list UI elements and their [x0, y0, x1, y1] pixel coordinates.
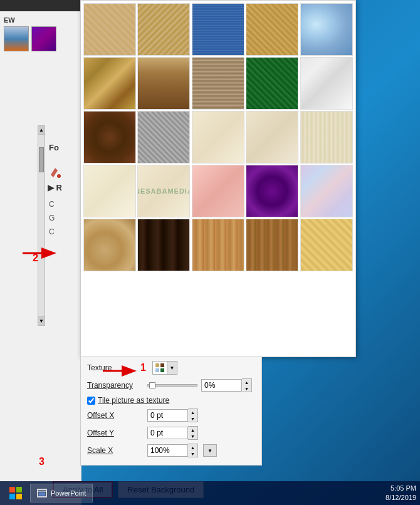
svg-rect-10 [16, 494, 22, 499]
tile-checkbox-row: Tile picture as texture [87, 396, 255, 405]
offset-y-down-btn[interactable]: ▼ [188, 433, 197, 439]
transparency-slider-thumb[interactable] [149, 382, 155, 388]
scale-x-label: Scale X [87, 446, 144, 455]
svg-rect-9 [9, 494, 15, 499]
offset-y-spinner: ▲ ▼ [188, 426, 198, 440]
texture-marble-white[interactable] [300, 57, 353, 110]
transparency-slider[interactable] [147, 384, 197, 387]
texture-dropdown-btn[interactable]: ▼ [167, 361, 177, 375]
paint-bucket-icon[interactable] [49, 166, 61, 181]
sidebar-items: C G C [49, 197, 55, 239]
texture-cream1[interactable] [192, 111, 244, 164]
red-arrow-2-svg [20, 244, 58, 262]
texture-purple-velvet[interactable] [246, 165, 298, 217]
texture-fabric-blue[interactable] [192, 3, 244, 56]
svg-point-0 [57, 174, 61, 178]
texture-sand[interactable] [83, 219, 136, 271]
arrow-indicator-2 [20, 244, 58, 262]
scale-x-input-group: ▲ ▼ [147, 444, 198, 457]
offset-x-input-group: ▲ ▼ [147, 409, 198, 422]
sidebar-top-bar [0, 0, 81, 11]
transparency-spinner: ▲ ▼ [242, 378, 252, 392]
texture-wood-grain[interactable] [246, 219, 298, 271]
svg-rect-1 [155, 363, 159, 367]
scroll-thumb[interactable] [39, 147, 44, 172]
taskbar-app-item[interactable]: PowerPoint [30, 484, 93, 502]
texture-nesaba[interactable]: NESABAMEDIA [137, 165, 190, 217]
sidebar-preview-label: EW [4, 16, 77, 24]
scale-x-row: Scale X ▲ ▼ ▼ [87, 444, 255, 457]
texture-fabric-tan[interactable] [246, 3, 298, 56]
tile-label: Tile picture as texture [98, 396, 169, 405]
texture-dark-wood[interactable] [137, 219, 190, 271]
svg-rect-2 [160, 363, 164, 367]
texture-icon-btn[interactable] [152, 361, 167, 375]
texture-light-wood[interactable] [192, 219, 244, 271]
offset-y-up-btn[interactable]: ▲ [188, 427, 197, 433]
texture-cream3[interactable] [300, 111, 353, 164]
scale-x-up-btn[interactable]: ▲ [188, 444, 197, 450]
svg-rect-3 [155, 368, 159, 372]
offset-x-row: Offset X ▲ ▼ [87, 409, 255, 422]
texture-green-fabric[interactable] [246, 57, 298, 110]
preview-thumb-2[interactable] [31, 26, 56, 51]
offset-x-up-btn[interactable]: ▲ [188, 409, 197, 415]
texture-brown-fur[interactable] [83, 111, 136, 164]
texture-crumpled[interactable] [83, 57, 136, 110]
texture-water[interactable] [300, 3, 353, 56]
texture-burlap2[interactable] [137, 3, 190, 56]
sidebar-fo-text: Fo [49, 143, 59, 152]
sidebar-item-1: C [49, 197, 55, 211]
svg-rect-4 [160, 368, 164, 372]
offset-x-spinner: ▲ ▼ [188, 409, 198, 422]
number-1-label: 1 [140, 362, 146, 373]
sidebar-preview-area: EW [0, 11, 81, 60]
transparency-slider-container [147, 384, 197, 387]
clock-time: 5:05 PM [386, 484, 416, 493]
offset-y-label: Offset Y [87, 429, 144, 437]
transparency-input[interactable] [201, 379, 242, 392]
texture-cream2[interactable] [246, 111, 298, 164]
texture-grid: NESABAMEDIA [81, 1, 355, 274]
svg-rect-13 [39, 492, 45, 496]
offset-y-input-group: ▲ ▼ [147, 426, 198, 440]
offset-x-down-btn[interactable]: ▼ [188, 415, 197, 422]
transparency-row: Transparency ▲ ▼ [87, 378, 255, 392]
texture-panel: NESABAMEDIA [80, 0, 356, 357]
texture-granite[interactable] [137, 111, 190, 164]
offset-x-input[interactable] [147, 409, 188, 422]
offset-x-label: Offset X [87, 411, 144, 420]
sidebar-r-text: ▶ R [48, 183, 62, 192]
texture-pink[interactable] [192, 165, 244, 217]
svg-rect-8 [16, 487, 22, 492]
taskbar: PowerPoint 5:05 PM 8/12/2019 [0, 481, 420, 505]
texture-light-beige[interactable] [83, 165, 136, 217]
scroll-bar[interactable]: ▲ ▼ [38, 125, 45, 326]
scale-x-down-btn[interactable]: ▼ [188, 450, 197, 457]
preview-thumb-1[interactable] [4, 26, 29, 51]
svg-rect-7 [9, 487, 15, 492]
texture-carpet[interactable] [192, 57, 244, 110]
taskbar-app-icon [37, 488, 47, 498]
taskbar-time: 5:05 PM 8/12/2019 [386, 484, 416, 503]
texture-last[interactable] [300, 219, 353, 271]
red-arrow-1-svg [100, 362, 138, 380]
texture-feather[interactable] [137, 57, 190, 110]
texture-iridescent[interactable] [300, 165, 353, 217]
scale-x-spinner: ▲ ▼ [188, 444, 198, 457]
transparency-up-btn[interactable]: ▲ [242, 379, 251, 385]
offset-y-input[interactable] [147, 427, 188, 439]
scroll-track [38, 135, 45, 316]
nesaba-watermark: NESABAMEDIA [137, 187, 190, 195]
preview-thumbnails [4, 26, 77, 51]
scroll-down-btn[interactable]: ▼ [38, 316, 45, 325]
tile-checkbox[interactable] [87, 397, 95, 405]
taskbar-app-label: PowerPoint [51, 489, 86, 497]
texture-burlap[interactable] [83, 3, 136, 56]
scale-x-dropdown[interactable]: ▼ [203, 444, 217, 457]
transparency-down-btn[interactable]: ▼ [242, 385, 251, 392]
scale-x-input[interactable] [147, 444, 188, 457]
scroll-up-btn[interactable]: ▲ [38, 126, 45, 135]
sidebar-item-3: C [49, 225, 55, 239]
taskbar-start[interactable] [4, 484, 28, 502]
